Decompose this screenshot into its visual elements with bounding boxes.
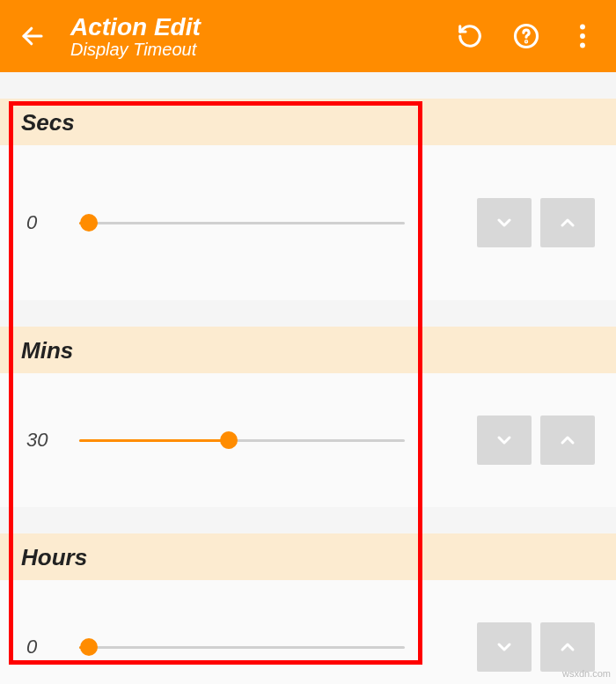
mins-steppers [477, 416, 595, 465]
mins-slider-fill [79, 439, 229, 442]
secs-steppers [477, 198, 595, 247]
secs-slider[interactable] [79, 214, 405, 232]
secs-increase-button[interactable] [540, 198, 595, 247]
hours-body: 0 [0, 580, 616, 684]
header-actions [447, 13, 605, 59]
page-subtitle: Display Timeout [70, 40, 447, 60]
chevron-up-icon [557, 636, 578, 658]
svg-point-3 [580, 25, 585, 30]
secs-body: 0 [0, 145, 616, 300]
chevron-up-icon [557, 430, 578, 451]
mins-slider-thumb[interactable] [220, 431, 238, 449]
app-header: Action Edit Display Timeout [0, 0, 616, 72]
mins-increase-button[interactable] [540, 416, 595, 465]
more-vert-icon [579, 24, 586, 48]
secs-decrease-button[interactable] [477, 198, 532, 247]
hours-value: 0 [26, 636, 62, 658]
back-button[interactable] [11, 14, 55, 58]
chevron-up-icon [557, 212, 578, 233]
menu-button[interactable] [560, 13, 605, 59]
secs-value: 0 [26, 211, 62, 234]
mins-header: Mins [0, 327, 616, 373]
hours-header: Hours [0, 533, 616, 580]
help-button[interactable] [503, 13, 549, 59]
secs-slider-thumb[interactable] [80, 214, 98, 232]
watermark-text: wsxdn.com [562, 668, 611, 679]
hours-slider[interactable] [79, 638, 405, 656]
mins-value: 30 [26, 429, 62, 452]
secs-slider-track [79, 222, 405, 224]
mins-body: 30 [0, 373, 616, 507]
hours-increase-button[interactable] [540, 622, 595, 672]
mins-slider[interactable] [79, 431, 405, 449]
header-text-block: Action Edit Display Timeout [70, 13, 447, 60]
undo-icon [457, 23, 483, 49]
hours-slider-track [79, 646, 405, 649]
mins-decrease-button[interactable] [477, 416, 532, 465]
svg-point-5 [580, 43, 585, 48]
chevron-down-icon [494, 212, 515, 233]
hours-steppers [477, 622, 595, 672]
chevron-down-icon [494, 636, 515, 658]
secs-header: Secs [0, 99, 616, 145]
svg-point-2 [525, 41, 526, 42]
page-title: Action Edit [70, 13, 447, 41]
svg-point-4 [580, 33, 585, 39]
help-icon [513, 23, 539, 49]
arrow-left-icon [19, 23, 46, 49]
undo-button[interactable] [447, 13, 493, 59]
hours-decrease-button[interactable] [477, 622, 532, 672]
content-area: Secs 0 Mins 30 [0, 99, 616, 684]
hours-slider-thumb[interactable] [80, 638, 98, 656]
chevron-down-icon [494, 430, 515, 451]
